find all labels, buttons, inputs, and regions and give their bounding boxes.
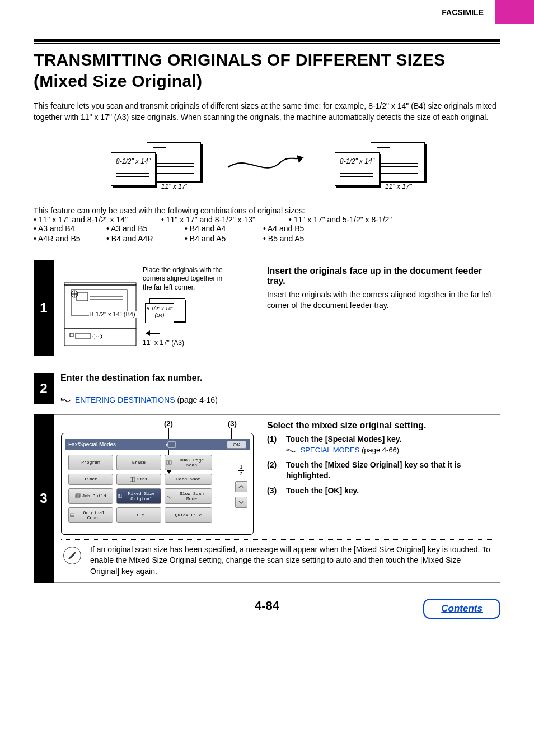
scroll-up-button[interactable] [235,481,247,492]
step3-item1-text: Touch the [Special Modes] key. [286,435,401,444]
two-in-one-icon [130,477,135,482]
step3-item1-num: (1) [267,434,282,455]
step-number-1: 1 [34,260,54,356]
combo-r3c4: • B5 and A5 [263,234,353,243]
quick-file-button[interactable]: Quick File [165,507,212,523]
chevron-up-icon [238,484,244,489]
svg-line-25 [70,553,74,558]
original-count-icon [70,512,75,518]
combo-r3c1: • A4R and B5 [34,234,106,243]
svg-rect-6 [64,329,136,346]
section-color-tab [495,0,534,24]
svg-point-10 [99,335,102,338]
touch-panel: Fax/Special Modes OK Program Erase Du [61,433,254,535]
paper-stack-left: 8-1/2" x 14" 11" x 17" [107,140,203,189]
callout-3: (3) [228,419,237,428]
combo-r3c2: • B4 and A4R [106,234,185,243]
card-shot-button[interactable]: Card Shot [165,474,212,485]
combo-r2c4: • A4 and B5 [263,224,353,233]
pointer-icon [60,397,71,404]
combo-r2c1: • A3 and B4 [34,224,106,233]
special-modes-link[interactable]: SPECIAL MODES [301,446,360,454]
svg-rect-0 [64,283,136,285]
arrow-swoosh-icon [225,151,309,179]
step1-b4-label: 8-1/2" x 14" (B4) [89,311,137,318]
svg-rect-3 [77,293,88,301]
combo-r1c3: • 11" x 17" and 5-1/2" x 8-1/2" [289,215,392,224]
step3-item3-num: (3) [267,486,282,496]
svg-rect-7 [70,333,73,337]
ok-button[interactable]: OK [227,441,246,449]
step-number-3: 3 [34,414,54,584]
program-button[interactable]: Program [68,455,113,470]
step3-heading: Select the mixed size original setting. [267,421,493,431]
job-build-button[interactable]: Job Build [68,488,113,504]
step1-b4-italic: 8-1/2" x 14" (B4) [146,304,174,319]
size-label-b2: 11" x 17" [385,183,412,190]
size-label-b: 11" x 17" [161,183,188,190]
size-label-a2: 8-1/2" x 14" [335,157,379,165]
step2-link-suffix: (page 4-16) [175,395,218,404]
svg-rect-15 [166,461,168,464]
page-ind-1: 1 [240,464,242,470]
slow-scan-mode-button[interactable]: Slow Scan Mode [165,488,212,504]
note-icon [63,547,81,564]
panel-title: Fax/Special Modes [68,441,116,447]
svg-rect-8 [76,333,90,339]
page-title: TRANSMITTING ORIGINALS OF DIFFERENT SIZE… [34,49,500,91]
step3-item3-text: Touch the [OK] key. [286,486,359,496]
timer-button[interactable]: Timer [68,474,113,485]
step1-body: Insert the originals with the corners al… [267,290,493,311]
mixed-size-icon [118,493,122,499]
step2-heading: Enter the destination fax number. [60,373,494,383]
svg-rect-1 [64,285,136,329]
printer-icon [61,266,139,350]
original-count-button[interactable]: Original Count [68,507,113,523]
paper-stack-right: 8-1/2" x 14" 11" x 17" [331,140,427,189]
combo-r3c3: • B4 and A5 [185,234,263,243]
entering-destinations-link[interactable]: ENTERING DESTINATIONS [75,395,175,404]
chevron-down-icon [238,500,244,505]
step3-note: If an original scan size has been specif… [90,544,491,577]
step1-caption: Place the originals with the corners ali… [143,266,227,292]
svg-rect-14 [168,442,176,447]
size-label-a: 8-1/2" x 14" [111,157,155,165]
dual-page-icon [166,460,172,465]
dual-page-scan-button[interactable]: Dual Page Scan [165,455,212,470]
step-number-2: 2 [34,373,54,404]
callout-2: (2) [164,419,173,428]
rule-thick [34,39,500,42]
combo-r2c2: • A3 and B5 [106,224,185,233]
page-ind-2: 2 [240,471,242,477]
size-diagram: 8-1/2" x 14" 11" x 17" [34,140,500,189]
step3-item2-num: (2) [267,460,282,481]
svg-point-9 [93,335,96,338]
svg-rect-16 [169,461,171,464]
erase-button[interactable]: Erase [116,455,161,470]
step1-a3-label: 11" x 17" (A3) [143,339,184,347]
slow-scan-icon [166,493,172,499]
arrow-left-icon [143,330,160,336]
combo-r1c2: • 11" x 17" and 8-1/2" x 13" [161,215,255,224]
combos-intro: This feature can only be used with the f… [34,206,500,215]
step1-heading: Insert the originals face up in the docu… [267,266,493,286]
step3-item1-suffix: (page 4-66) [359,446,399,454]
combo-r1c1: • 11" x 17" and 8-1/2" x 14" [34,215,128,224]
job-build-icon [75,493,81,499]
step3-item2-text: Touch the [Mixed Size Original] key so t… [286,460,493,481]
mixed-size-original-button[interactable]: Mixed Size Original [116,488,161,504]
intro-paragraph: This feature lets you scan and transmit … [34,100,500,123]
two-in-one-button[interactable]: 2in1 [116,474,161,485]
back-icon [166,441,177,448]
contents-button[interactable]: Contents [423,599,500,619]
scroll-down-button[interactable] [235,497,247,508]
file-button[interactable]: File [116,507,161,523]
rule-thin [34,43,500,44]
pointer-icon [286,447,296,454]
dotted-separator [61,539,493,540]
combo-r2c3: • B4 and A4 [185,224,263,233]
